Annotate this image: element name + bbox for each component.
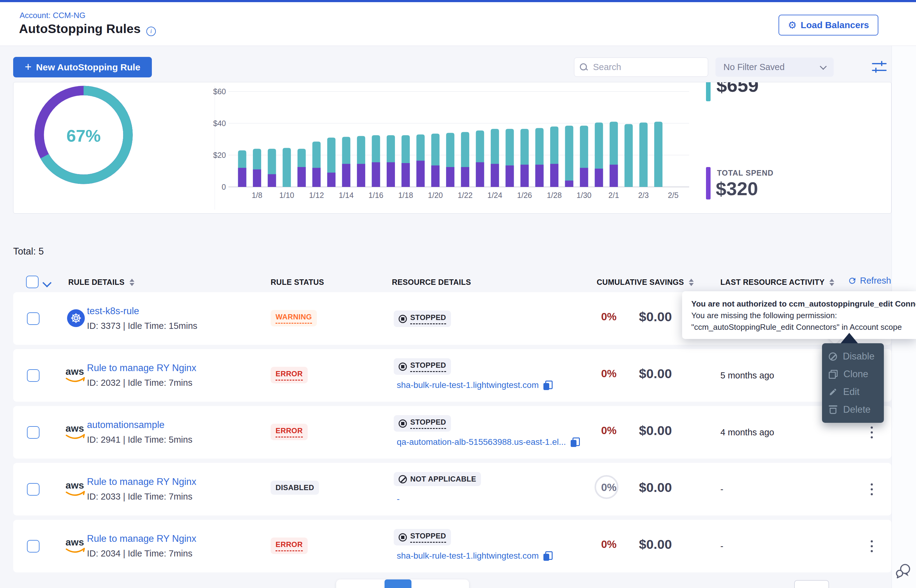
row-checkbox[interactable] [27,369,39,382]
provider-icon-wrap: ☸ aws [65,309,87,329]
svg-text:aws: aws [66,366,84,377]
column-header-rule-status[interactable]: RULE STATUS [270,278,324,287]
search-box [574,58,708,77]
chat-help-icon[interactable] [895,562,912,580]
table-row: ☸ aws automationsample ID: 2941 | Idle T… [13,406,892,459]
spend-savings-bar-chart: $60$40$2001/81/101/121/141/161/181/201/2… [202,82,692,213]
svg-text:aws: aws [66,536,84,548]
disable-icon [829,352,837,361]
aws-icon: aws [65,365,86,384]
resource-url-link[interactable]: qa-automation-alb-515563988.us-east-1.el… [397,437,566,447]
resource-url-link[interactable]: sha-bulk-rule-test-1.lightwingtest.com [397,551,539,561]
savings-value: $0.00 [639,537,672,552]
edit-icon [829,388,837,396]
aws-icon: aws [65,423,86,441]
resource-url-link[interactable]: - [397,494,400,504]
load-balancers-button[interactable]: ⚙ Load Balancers [778,15,878,36]
rule-status-badge: WARNING [270,310,317,326]
menu-item-delete[interactable]: Delete [822,401,884,418]
provider-icon-wrap: ☸ aws [65,423,87,443]
resource-state-badge: NOT APPLICABLE [394,472,481,486]
tooltip-line: You are not authorized to ccm_autostoppi… [691,298,916,310]
filter-sliders-icon[interactable] [872,60,887,75]
rule-status-badge: ERROR [270,424,307,440]
sort-icon[interactable] [689,279,694,286]
row-menu-button[interactable] [865,537,878,555]
copy-icon[interactable] [543,551,553,561]
rule-name-link[interactable]: Rule to manage RY Nginx [87,533,196,544]
row-menu-button[interactable] [865,423,878,441]
total-spend-value: $320 [716,178,758,199]
pagination-active-page[interactable] [385,580,411,588]
clone-icon [829,370,838,379]
menu-item-disable[interactable]: Disable [822,347,884,365]
savings-percent: 0% [560,424,617,436]
plus-icon: + [25,61,32,73]
rule-name-link[interactable]: Rule to manage RY Nginx [87,362,196,373]
search-input[interactable] [592,62,702,73]
provider-icon-wrap: ☸ aws [65,480,87,499]
svg-text:$20: $20 [213,151,226,159]
breadcrumb[interactable]: Account: CCM-NG [19,11,86,20]
provider-icon-wrap: ☸ aws [65,536,87,556]
rule-name-link[interactable]: automationsample [87,420,164,430]
svg-text:$40: $40 [213,119,226,128]
column-header-rule-details[interactable]: RULE DETAILS [68,278,134,287]
svg-text:1/22: 1/22 [458,191,473,199]
rule-name-link[interactable]: Rule to manage RY Nginx [87,477,196,487]
refresh-button[interactable]: Refresh [848,276,891,286]
progress-ring [594,475,618,499]
bulk-select-chevron-icon[interactable] [42,278,52,288]
row-checkbox[interactable] [27,312,39,325]
chevron-down-icon [820,63,827,70]
row-checkbox[interactable] [27,426,39,439]
rule-name-link[interactable]: test-k8s-rule [87,305,139,317]
sort-icon[interactable] [829,279,834,286]
column-header-last-resource-activity[interactable]: LAST RESOURCE ACTIVITY [720,278,834,287]
savings-percent: 0% [560,481,617,493]
total-count: Total: 5 [13,246,44,257]
resource-state-icon [399,420,407,428]
refresh-icon [848,276,857,286]
gear-icon: ⚙ [788,20,796,30]
copy-icon[interactable] [543,381,553,390]
table-row: ☸ aws Rule to manage RY Nginx ID: 2034 |… [13,520,892,572]
svg-text:1/24: 1/24 [487,191,502,199]
last-activity: - [720,484,723,494]
row-checkbox[interactable] [27,540,39,552]
resource-state-badge: STOPPED [394,358,451,375]
kubernetes-icon: ☸ [67,309,85,327]
saved-filter-dropdown[interactable]: No Filter Saved [715,58,833,77]
savings-value: $0.00 [639,309,672,324]
menu-item-edit[interactable]: Edit [822,383,884,401]
savings-value: $0.00 [639,423,672,438]
resource-state-icon [399,362,407,371]
svg-text:$60: $60 [213,87,226,96]
savings-percent: 0% [560,310,617,323]
summary-chart-card: 67% $60$40$2001/81/101/121/141/161/181/2… [13,82,892,213]
menu-item-clone[interactable]: Clone [822,365,884,383]
svg-text:aws: aws [66,480,84,491]
svg-text:1/28: 1/28 [547,191,562,199]
row-menu-button[interactable] [865,480,878,498]
row-checkbox[interactable] [27,483,39,496]
column-header-cumulative-savings[interactable]: CUMULATIVE SAVINGS [597,278,694,287]
info-icon[interactable]: i [146,27,156,36]
last-activity: 5 months ago [720,370,774,381]
resource-state-badge: STOPPED [394,529,451,546]
resource-url-link[interactable]: sha-bulk-rule-test-1.lightwingtest.com [397,380,539,390]
svg-text:1/18: 1/18 [398,191,413,199]
rule-id-idle-time: ID: 3373 | Idle Time: 15mins [87,321,197,331]
savings-percent: 0% [560,538,617,550]
autostopping-rules-page: Account: CCM-NG AutoStopping Rules i ⚙ L… [0,0,916,588]
page-size-selector[interactable] [794,580,829,588]
permission-tooltip: You are not authorized to ccm_autostoppi… [682,291,916,339]
savings-value: $0.00 [639,480,672,495]
select-all-checkbox[interactable] [26,276,39,288]
column-header-resource-details[interactable]: RESOURCE DETAILS [392,278,471,287]
resource-state-icon [399,533,407,541]
total-spend-label: TOTAL SPEND [717,168,774,178]
sort-icon[interactable] [129,279,134,286]
copy-icon[interactable] [570,438,580,447]
new-autostopping-rule-button[interactable]: + New AutoStopping Rule [13,57,152,78]
